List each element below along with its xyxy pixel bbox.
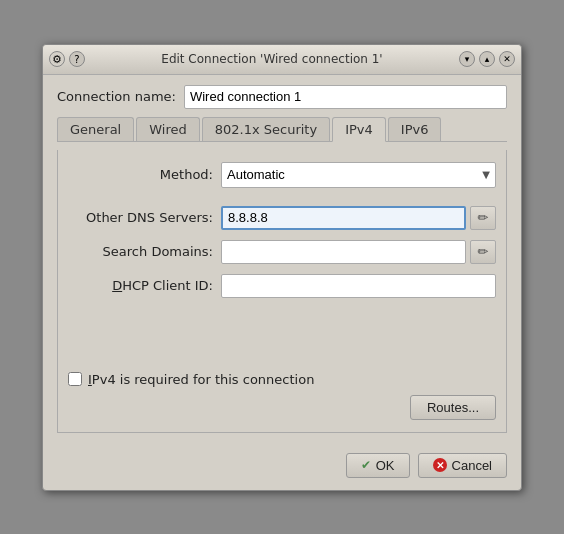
- connection-name-label: Connection name:: [57, 89, 176, 104]
- dhcp-row: DHCP Client ID:: [68, 274, 496, 298]
- dhcp-control-wrap: [221, 274, 496, 298]
- search-row: Search Domains: ✏: [68, 240, 496, 264]
- method-row: Method: Automatic Manual Link-Local Only…: [68, 162, 496, 188]
- tab-security-label: 802.1x Security: [215, 122, 317, 137]
- window-content: Connection name: General Wired 802.1x Se…: [43, 75, 521, 445]
- dns-label: Other DNS Servers:: [68, 210, 213, 225]
- title-bar: ⚙ ? Edit Connection 'Wired connection 1'…: [43, 45, 521, 75]
- spacer-1: [68, 198, 496, 206]
- method-select[interactable]: Automatic Manual Link-Local Only Shared …: [221, 162, 496, 188]
- search-control-wrap: ✏: [221, 240, 496, 264]
- tab-content-ipv4: Method: Automatic Manual Link-Local Only…: [57, 150, 507, 433]
- search-label: Search Domains:: [68, 244, 213, 259]
- dns-label-text: Other DNS Servers:: [86, 210, 213, 225]
- ipv4-required-checkbox[interactable]: [68, 372, 82, 386]
- dns-edit-icon: ✏: [478, 210, 489, 225]
- method-select-wrap: Automatic Manual Link-Local Only Shared …: [221, 162, 496, 188]
- cancel-icon: ✕: [433, 458, 447, 472]
- tabs-bar: General Wired 802.1x Security IPv4 IPv6: [57, 117, 507, 142]
- cancel-button[interactable]: ✕ Cancel: [418, 453, 507, 478]
- tab-general-label: General: [70, 122, 121, 137]
- dns-edit-button[interactable]: ✏: [470, 206, 496, 230]
- search-edit-button[interactable]: ✏: [470, 240, 496, 264]
- dns-row: Other DNS Servers: ✏: [68, 206, 496, 230]
- title-bar-left-controls: ⚙ ?: [49, 51, 85, 67]
- tab-security[interactable]: 802.1x Security: [202, 117, 330, 141]
- dhcp-input[interactable]: [221, 274, 496, 298]
- main-window: ⚙ ? Edit Connection 'Wired connection 1'…: [42, 44, 522, 491]
- search-edit-icon: ✏: [478, 244, 489, 259]
- dhcp-label: DHCP Client ID:: [68, 278, 213, 293]
- content-spacer: [68, 308, 496, 368]
- dns-input[interactable]: [221, 206, 466, 230]
- minimize-button[interactable]: ▾: [459, 51, 475, 67]
- dns-control-wrap: ✏: [221, 206, 496, 230]
- ipv4-required-label: IPv4 is required for this connection: [88, 372, 314, 387]
- help-button[interactable]: ?: [69, 51, 85, 67]
- tab-ipv4-label: IPv4: [345, 122, 373, 137]
- footer: ✔ OK ✕ Cancel: [43, 445, 521, 490]
- ipv4-required-text: Pv4 is required for this connection: [92, 372, 315, 387]
- ok-icon: ✔: [361, 458, 371, 472]
- method-label: Method:: [68, 167, 213, 182]
- ok-button[interactable]: ✔ OK: [346, 453, 410, 478]
- ipv4-required-row: IPv4 is required for this connection: [68, 372, 496, 387]
- tab-ipv4[interactable]: IPv4: [332, 117, 386, 142]
- tab-general[interactable]: General: [57, 117, 134, 141]
- routes-button[interactable]: Routes...: [410, 395, 496, 420]
- title-bar-right-controls: ▾ ▴ ✕: [459, 51, 515, 67]
- tab-wired-label: Wired: [149, 122, 187, 137]
- dhcp-label-rest: HCP Client ID:: [122, 278, 213, 293]
- window-title: Edit Connection 'Wired connection 1': [85, 52, 459, 66]
- dhcp-label-underline: D: [112, 278, 122, 293]
- maximize-button[interactable]: ▴: [479, 51, 495, 67]
- window-icon-btn[interactable]: ⚙: [49, 51, 65, 67]
- close-button[interactable]: ✕: [499, 51, 515, 67]
- tab-ipv6-label: IPv6: [401, 122, 429, 137]
- app-icon: ⚙: [52, 53, 62, 66]
- cancel-label: Cancel: [452, 458, 492, 473]
- ok-label: OK: [376, 458, 395, 473]
- tab-ipv6[interactable]: IPv6: [388, 117, 442, 141]
- connection-name-input[interactable]: [184, 85, 507, 109]
- routes-row: Routes...: [68, 395, 496, 420]
- tab-wired[interactable]: Wired: [136, 117, 200, 141]
- search-input[interactable]: [221, 240, 466, 264]
- method-control-wrap: Automatic Manual Link-Local Only Shared …: [221, 162, 496, 188]
- connection-name-row: Connection name:: [57, 85, 507, 109]
